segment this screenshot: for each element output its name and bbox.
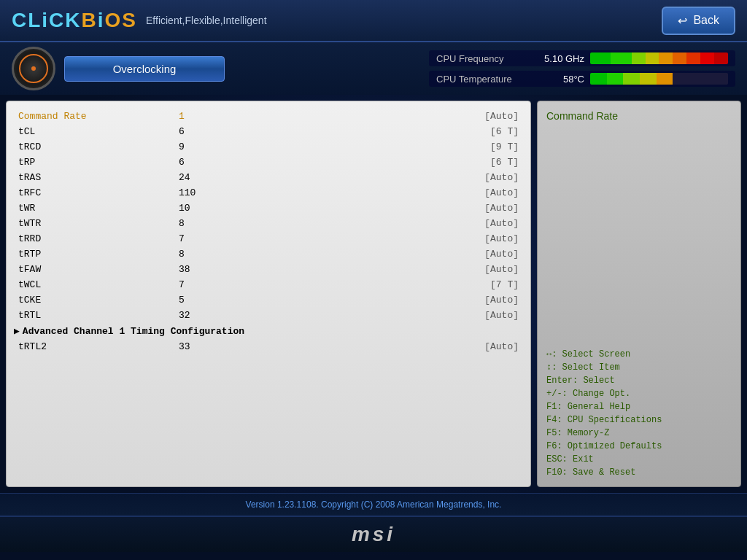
settings-row[interactable]: tRFC110[Auto] [7,185,530,201]
settings-item-name: tRCD [18,141,179,152]
settings-item-value: 10 [179,203,222,214]
shortcut-item: F4: CPU Specifications [546,415,732,425]
settings-row[interactable]: tWR10[Auto] [7,201,530,216]
help-title: Command Rate [546,110,732,122]
settings-item-value: 8 [179,218,222,229]
settings-row[interactable]: tRAS24[Auto] [7,170,530,185]
settings-item-default: [Auto] [484,172,519,183]
settings-section-name: Advanced Channel 1 Timing Configuration [23,326,244,337]
settings-row[interactable]: ▶Advanced Channel 1 Timing Configuration [7,323,530,339]
settings-item-name: tRAS [18,172,179,183]
settings-item-value: 9 [179,141,222,152]
logo-tagline: Efficient,Flexible,Intelligent [146,15,267,26]
back-button[interactable]: ↩ Back [662,7,735,35]
settings-item-name: tWR [18,203,179,214]
cpu-temperature-bar [590,73,728,85]
settings-item-value: 5 [179,295,222,306]
settings-row[interactable]: tRCD9[9 T] [7,139,530,155]
settings-item-default: [Auto] [484,111,519,122]
shortcut-item: F1: General Help [546,402,732,412]
help-panel: Command Rate ↔: Select Screen↕: Select I… [537,101,741,487]
settings-item-default: [Auto] [484,187,519,198]
settings-row[interactable]: tCL6[6 T] [7,124,530,139]
settings-item-value: 24 [179,172,222,183]
settings-item-value: 110 [179,187,222,198]
header: CLiCKBiOS Efficient,Flexible,Intelligent… [0,0,747,42]
settings-row[interactable]: tFAW38[Auto] [7,262,530,277]
speedometer-icon [12,47,55,90]
settings-row[interactable]: tRTL233[Auto] [7,339,530,354]
settings-item-value: 8 [179,249,222,260]
cpu-frequency-row: CPU Frequency 5.10 GHz [429,50,735,66]
settings-item-value: 6 [179,157,222,168]
cpu-frequency-bar [590,52,728,64]
settings-item-default: [7 T] [490,279,519,290]
settings-row[interactable]: tRRD7[Auto] [7,231,530,246]
nav-section: Overclocking [12,47,225,90]
metrics-section: CPU Frequency 5.10 GHz CPU Temperature 5… [429,50,735,87]
shortcut-item: ↕: Select Item [546,362,732,373]
back-label: Back [693,14,719,27]
logo-area: CLiCKBiOS Efficient,Flexible,Intelligent [12,9,267,32]
settings-item-value: 7 [179,233,222,244]
settings-item-name: tRTP [18,249,179,260]
settings-row[interactable]: tCKE5[Auto] [7,292,530,308]
settings-item-name: tCKE [18,295,179,306]
settings-item-default: [Auto] [484,310,519,321]
settings-row[interactable]: tRP6[6 T] [7,155,530,170]
footer-version: Version 1.23.1108. Copyright (C) 2008 Am… [0,493,747,516]
back-icon: ↩ [678,14,687,28]
settings-panel: Command Rate1[Auto]tCL6[6 T]tRCD9[9 T]tR… [6,101,531,487]
settings-item-name: tWTR [18,218,179,229]
shortcut-item: Enter: Select [546,376,732,386]
help-shortcuts: ↔: Select Screen↕: Select ItemEnter: Sel… [546,349,732,478]
settings-item-name: tCL [18,126,179,137]
settings-row[interactable]: tWTR8[Auto] [7,216,530,231]
shortcut-item: F5: Memory-Z [546,428,732,438]
shortcut-item: F10: Save & Reset [546,467,732,478]
shortcut-item: F6: Optimized Defaults [546,441,732,451]
cpu-frequency-label: CPU Frequency [436,53,531,64]
logo: CLiCKBiOS [12,9,137,32]
settings-item-value: 38 [179,264,222,275]
section-arrow-icon: ▶ [14,325,20,337]
settings-item-name: tRP [18,157,179,168]
cpu-temperature-label: CPU Temperature [436,74,531,85]
settings-row[interactable]: tRTL32[Auto] [7,308,530,323]
settings-item-default: [Auto] [484,295,519,306]
speedometer-dot [31,66,36,71]
settings-item-name: tWCL [18,279,179,290]
status-bar: Overclocking CPU Frequency 5.10 GHz CPU … [0,42,747,95]
overclocking-button[interactable]: Overclocking [64,56,225,82]
settings-item-name: Command Rate [18,111,179,122]
settings-item-name: tFAW [18,264,179,275]
settings-item-default: [Auto] [484,218,519,229]
main-content: Command Rate1[Auto]tCL6[6 T]tRCD9[9 T]tR… [0,95,747,493]
settings-row[interactable]: tWCL7[7 T] [7,277,530,292]
settings-item-default: [Auto] [484,233,519,244]
footer-msi: msi [0,516,747,552]
shortcut-item: +/-: Change Opt. [546,389,732,399]
settings-item-default: [6 T] [490,157,519,168]
settings-item-value: 1 [179,111,222,122]
settings-row[interactable]: tRTP8[Auto] [7,246,530,262]
settings-item-value: 6 [179,126,222,137]
settings-item-default: [Auto] [484,249,519,260]
cpu-temperature-value: 58°C [537,74,584,85]
msi-logo: msi [6,523,741,546]
settings-item-default: [9 T] [490,141,519,152]
settings-item-value: 33 [179,341,222,352]
settings-item-name: tRTL [18,310,179,321]
shortcut-item: ESC: Exit [546,454,732,464]
settings-item-default: [Auto] [484,264,519,275]
shortcut-item: ↔: Select Screen [546,349,732,359]
overclocking-label: Overclocking [113,63,177,75]
cpu-temperature-row: CPU Temperature 58°C [429,71,735,87]
settings-item-default: [Auto] [484,341,519,352]
settings-item-default: [6 T] [490,126,519,137]
settings-row[interactable]: Command Rate1[Auto] [7,109,530,124]
settings-item-name: tRRD [18,233,179,244]
cpu-frequency-value: 5.10 GHz [537,53,584,64]
speedometer-inner [19,54,48,83]
settings-item-value: 7 [179,279,222,290]
